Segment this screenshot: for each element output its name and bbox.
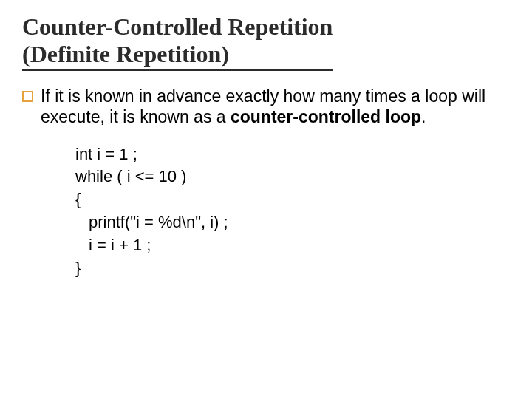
code-line-1: int i = 1 ; xyxy=(75,143,510,166)
title-line-2: (Definite Repetition) xyxy=(22,41,229,67)
slide-title: Counter-Controlled Repetition (Definite … xyxy=(22,13,510,68)
code-line-5: i = i + 1 ; xyxy=(75,234,510,257)
code-line-2: while ( i <= 10 ) xyxy=(75,166,510,188)
code-block: int i = 1 ; while ( i <= 10 ) { printf("… xyxy=(75,143,510,280)
square-bullet-icon xyxy=(22,91,33,102)
slide: Counter-Controlled Repetition (Definite … xyxy=(0,0,532,399)
body-paragraph: If it is known in advance exactly how ma… xyxy=(41,86,510,127)
body-text-bold: counter-controlled loop xyxy=(231,107,421,126)
bullet-row: If it is known in advance exactly how ma… xyxy=(22,86,510,127)
code-line-4: printf("i = %d\n", i) ; xyxy=(75,211,510,234)
body-text-post: . xyxy=(421,107,426,126)
title-line-1: Counter-Controlled Repetition xyxy=(22,13,332,40)
code-line-3: { xyxy=(75,188,510,211)
code-line-6: } xyxy=(75,257,510,280)
title-underline xyxy=(22,69,332,71)
